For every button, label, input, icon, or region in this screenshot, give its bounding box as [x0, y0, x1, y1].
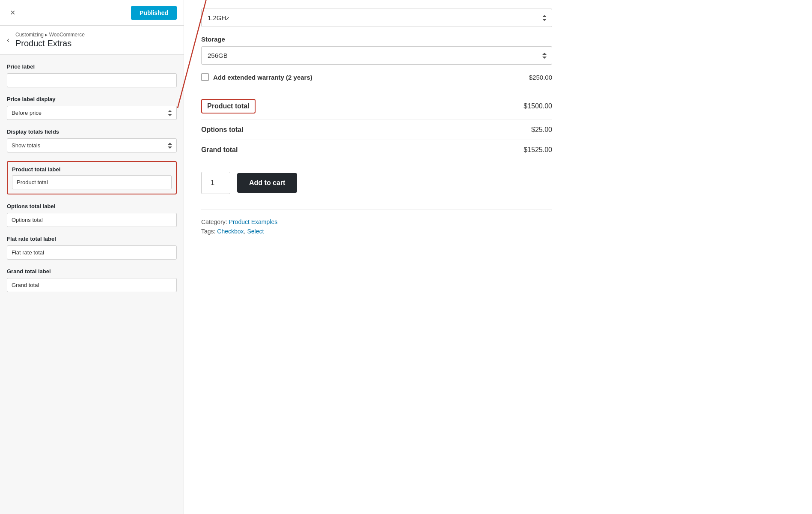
close-button[interactable]: × [7, 6, 19, 19]
quantity-input[interactable] [201, 172, 230, 194]
grand-total-label-label: Grand total label [7, 268, 177, 275]
grand-total-label-group: Grand total label [7, 268, 177, 292]
category-label: Category: [201, 218, 227, 225]
category-section: Category: Product Examples Tags: Checkbo… [201, 209, 552, 235]
warranty-price: $250.00 [529, 74, 552, 81]
flat-rate-total-label-group: Flat rate total label [7, 236, 177, 260]
category-link[interactable]: Product Examples [229, 218, 278, 225]
display-totals-group: Display totals fields Show totals Hide t… [7, 128, 177, 152]
options-total-label: Options total [201, 126, 244, 134]
warranty-left: Add extended warranty (2 years) [201, 73, 312, 81]
price-label-display-label: Price label display [7, 96, 177, 102]
price-label-group: Price label [7, 63, 177, 87]
grand-total-label-input[interactable] [7, 278, 177, 292]
product-total-label-input[interactable] [12, 175, 172, 189]
totals-section: Product total $1500.00 Options total $25… [201, 93, 552, 160]
sidebar-top-bar: × Published [0, 0, 184, 26]
main-content: 1.2GHz Storage 256GB Add extended warran… [184, 0, 812, 514]
options-total-label-label: Options total label [7, 203, 177, 209]
options-total-label-input[interactable] [7, 213, 177, 227]
display-totals-label: Display totals fields [7, 128, 177, 135]
grand-total-label: Grand total [201, 146, 238, 154]
price-label-input[interactable] [7, 73, 177, 87]
product-total-label-group: Product total label [7, 161, 177, 194]
breadcrumb: Customizing ▸ WooCommerce [15, 32, 85, 38]
price-label-label: Price label [7, 63, 177, 70]
category-text: Category: Product Examples [201, 218, 552, 225]
processor-wrapper: 1.2GHz [201, 9, 795, 27]
sidebar-content: Price label Price label display Before p… [0, 55, 184, 514]
price-label-display-group: Price label display Before price After p… [7, 96, 177, 120]
published-button[interactable]: Published [131, 6, 177, 20]
warranty-row: Add extended warranty (2 years) $250.00 [201, 73, 552, 81]
tags-label: Tags: [201, 228, 215, 235]
sidebar-nav: ‹ Customizing ▸ WooCommerce Product Extr… [0, 26, 184, 55]
storage-select[interactable]: 256GB [201, 46, 552, 65]
warranty-checkbox[interactable] [201, 73, 209, 81]
tags-text: Tags: Checkbox, Select [201, 228, 552, 235]
sidebar-nav-text: Customizing ▸ WooCommerce Product Extras [15, 32, 85, 48]
options-total-label-group: Options total label [7, 203, 177, 227]
options-total-row: Options total $25.00 [201, 120, 552, 140]
add-to-cart-button[interactable]: Add to cart [237, 173, 297, 193]
product-total-value: $1500.00 [523, 102, 552, 110]
grand-total-value: $1525.00 [523, 146, 552, 154]
options-total-value: $25.00 [531, 126, 552, 134]
warranty-label: Add extended warranty (2 years) [213, 74, 312, 81]
tag2-link[interactable]: Select [247, 228, 264, 235]
processor-select[interactable]: 1.2GHz [201, 9, 552, 27]
display-totals-select[interactable]: Show totals Hide totals [7, 138, 177, 152]
page-title: Product Extras [15, 39, 85, 48]
storage-label: Storage [201, 36, 795, 43]
flat-rate-total-label-input[interactable] [7, 245, 177, 260]
tag1-link[interactable]: Checkbox [217, 228, 244, 235]
flat-rate-total-label-label: Flat rate total label [7, 236, 177, 242]
cart-row: Add to cart [201, 172, 552, 194]
product-total-label-label: Product total label [12, 166, 172, 173]
grand-total-row: Grand total $1525.00 [201, 140, 552, 160]
sidebar: × Published ‹ Customizing ▸ WooCommerce … [0, 0, 184, 514]
back-arrow-link[interactable]: ‹ [7, 36, 9, 45]
product-total-label: Product total [201, 99, 256, 114]
price-label-display-select[interactable]: Before price After price [7, 106, 177, 120]
totals-wrapper: Product total $1500.00 Options total $25… [201, 93, 795, 160]
product-total-row: Product total $1500.00 [201, 93, 552, 120]
